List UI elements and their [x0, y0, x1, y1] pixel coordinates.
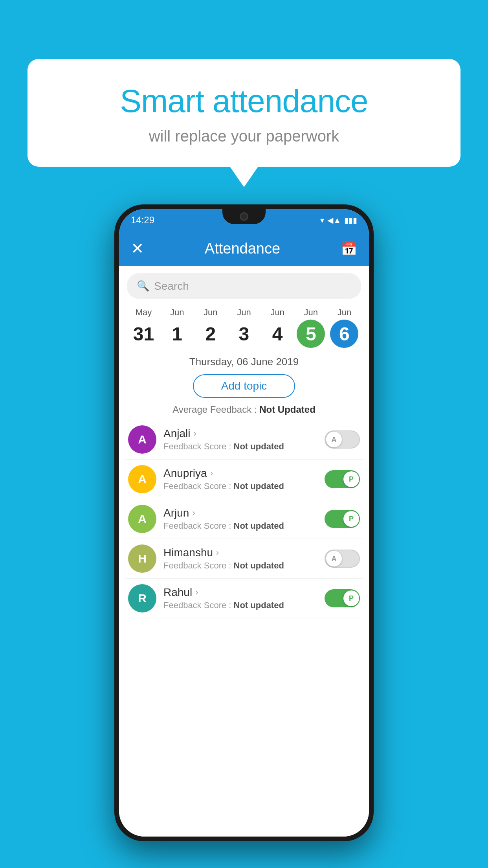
- student-item[interactable]: AAnupriya ›Feedback Score : Not updatedP: [125, 460, 363, 499]
- date-col-4[interactable]: Jun4: [261, 307, 294, 348]
- date-col-6[interactable]: Jun6: [328, 307, 361, 348]
- attendance-toggle[interactable]: P: [325, 470, 360, 488]
- date-month-6: Jun: [338, 307, 351, 318]
- student-info: Anjali ›Feedback Score : Not updated: [163, 427, 317, 452]
- student-info: Himanshu ›Feedback Score : Not updated: [163, 546, 317, 571]
- phone-wrapper: 14:29 ▾ ◀▲ ▮▮▮ ✕ Attendance 📅 🔍 Search: [114, 204, 374, 841]
- chevron-right-icon: ›: [193, 428, 196, 439]
- student-name[interactable]: Himanshu ›: [163, 546, 317, 559]
- student-info: Anupriya ›Feedback Score : Not updated: [163, 467, 317, 491]
- student-name[interactable]: Anupriya ›: [163, 467, 317, 480]
- average-feedback: Average Feedback : Not Updated: [119, 401, 369, 420]
- speech-bubble: Smart attendance will replace your paper…: [28, 59, 460, 167]
- avatar: R: [128, 584, 156, 612]
- date-col-0[interactable]: May31: [127, 307, 160, 348]
- search-icon: 🔍: [137, 280, 149, 292]
- status-icons: ▾ ◀▲ ▮▮▮: [320, 215, 357, 225]
- phone-outer: 14:29 ▾ ◀▲ ▮▮▮ ✕ Attendance 📅 🔍 Search: [114, 204, 374, 841]
- date-month-4: Jun: [270, 307, 284, 318]
- calendar-icon[interactable]: 📅: [341, 241, 357, 256]
- student-item[interactable]: AArjun ›Feedback Score : Not updatedP: [125, 499, 363, 539]
- wifi-icon: ▾: [320, 215, 324, 225]
- date-col-5[interactable]: Jun5: [294, 307, 328, 348]
- attendance-toggle[interactable]: P: [325, 589, 360, 607]
- notch: [222, 209, 266, 224]
- search-bar[interactable]: 🔍 Search: [127, 273, 361, 299]
- student-score: Feedback Score : Not updated: [163, 600, 317, 611]
- chevron-right-icon: ›: [195, 587, 198, 598]
- avatar: H: [128, 544, 156, 573]
- app-bar-title: Attendance: [205, 240, 280, 257]
- date-month-0: May: [136, 307, 152, 318]
- chevron-right-icon: ›: [192, 508, 195, 518]
- toggle-knob: A: [326, 432, 342, 447]
- student-score: Feedback Score : Not updated: [163, 521, 317, 531]
- app-content: 🔍 Search May31Jun1Jun2Jun3Jun4Jun5Jun6 T…: [119, 266, 369, 837]
- student-score: Feedback Score : Not updated: [163, 561, 317, 571]
- date-month-5: Jun: [304, 307, 318, 318]
- date-scroller[interactable]: May31Jun1Jun2Jun3Jun4Jun5Jun6: [119, 303, 369, 352]
- attendance-toggle[interactable]: A: [325, 430, 360, 449]
- bubble-title: Smart attendance: [47, 83, 441, 120]
- date-month-2: Jun: [204, 307, 217, 318]
- student-score: Feedback Score : Not updated: [163, 441, 317, 452]
- avatar: A: [128, 465, 156, 493]
- date-col-3[interactable]: Jun3: [227, 307, 261, 348]
- toggle-knob: A: [326, 551, 342, 566]
- date-day-6[interactable]: 6: [330, 320, 358, 348]
- date-day-0[interactable]: 31: [130, 320, 158, 348]
- student-name[interactable]: Rahul ›: [163, 586, 317, 599]
- toggle-knob: P: [343, 471, 359, 487]
- attendance-toggle[interactable]: A: [325, 550, 360, 568]
- avatar: A: [128, 425, 156, 454]
- student-name[interactable]: Arjun ›: [163, 507, 317, 519]
- avg-feedback-value: Not Updated: [259, 404, 316, 415]
- date-col-2[interactable]: Jun2: [194, 307, 227, 348]
- bubble-subtitle: will replace your paperwork: [47, 127, 441, 145]
- attendance-toggle[interactable]: P: [325, 510, 360, 528]
- add-topic-button[interactable]: Add topic: [193, 374, 295, 398]
- date-month-3: Jun: [237, 307, 251, 318]
- phone-screen: 14:29 ▾ ◀▲ ▮▮▮ ✕ Attendance 📅 🔍 Search: [119, 209, 369, 837]
- chevron-right-icon: ›: [210, 468, 213, 478]
- close-button[interactable]: ✕: [131, 239, 144, 257]
- selected-date: Thursday, 06 June 2019: [119, 352, 369, 371]
- battery-icon: ▮▮▮: [344, 215, 357, 225]
- avatar: A: [128, 505, 156, 533]
- date-day-1[interactable]: 1: [163, 320, 191, 348]
- chevron-right-icon: ›: [216, 548, 219, 558]
- date-day-3[interactable]: 3: [230, 320, 258, 348]
- student-name[interactable]: Anjali ›: [163, 427, 317, 440]
- student-item[interactable]: AAnjali ›Feedback Score : Not updatedA: [125, 420, 363, 460]
- student-item[interactable]: RRahul ›Feedback Score : Not updatedP: [125, 579, 363, 618]
- signal-icon: ◀▲: [327, 215, 341, 225]
- search-input[interactable]: Search: [154, 280, 189, 292]
- date-day-2[interactable]: 2: [196, 320, 225, 348]
- student-list: AAnjali ›Feedback Score : Not updatedAAA…: [119, 420, 369, 618]
- student-score: Feedback Score : Not updated: [163, 481, 317, 491]
- student-info: Arjun ›Feedback Score : Not updated: [163, 507, 317, 531]
- status-time: 14:29: [131, 215, 154, 226]
- toggle-knob: P: [343, 590, 359, 606]
- student-item[interactable]: HHimanshu ›Feedback Score : Not updatedA: [125, 539, 363, 579]
- student-info: Rahul ›Feedback Score : Not updated: [163, 586, 317, 611]
- date-col-1[interactable]: Jun1: [160, 307, 194, 348]
- avg-feedback-label: Average Feedback :: [172, 404, 259, 415]
- date-day-4[interactable]: 4: [263, 320, 292, 348]
- front-camera: [240, 212, 248, 221]
- app-bar: ✕ Attendance 📅: [119, 231, 369, 266]
- date-day-5[interactable]: 5: [297, 320, 325, 348]
- toggle-knob: P: [343, 511, 359, 527]
- date-month-1: Jun: [170, 307, 184, 318]
